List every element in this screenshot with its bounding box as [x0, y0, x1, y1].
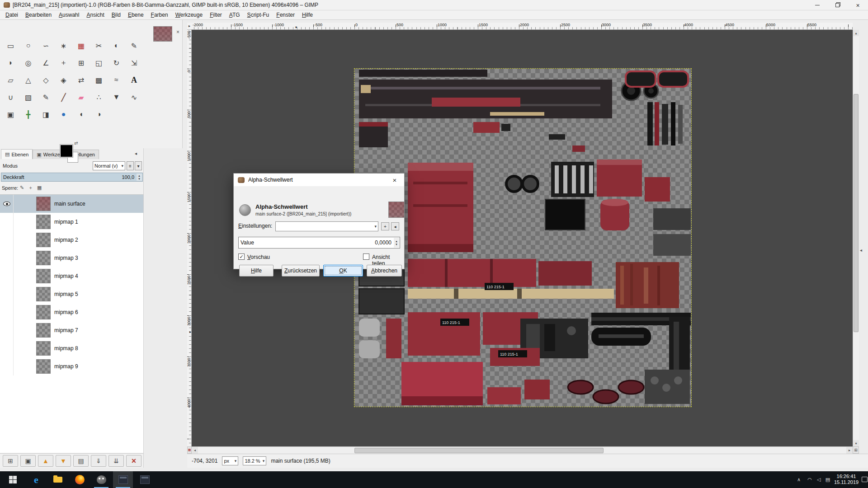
- cancel-button[interactable]: Abbrechen: [367, 265, 402, 277]
- layer-row-mipmap-5[interactable]: mipmap 5: [0, 285, 143, 303]
- split-view-checkbox[interactable]: [363, 253, 369, 260]
- help-button[interactable]: Hilfe: [239, 265, 274, 277]
- taskbar-explorer-button[interactable]: [48, 471, 68, 488]
- toolbox-close-icon[interactable]: ×: [176, 30, 179, 34]
- tool-unified-transform[interactable]: ◇: [37, 71, 55, 89]
- layer-row-mipmap-7[interactable]: mipmap 7: [0, 321, 143, 339]
- layer-visibility-toggle[interactable]: [0, 249, 14, 267]
- settings-menu-button[interactable]: ◂: [391, 222, 399, 230]
- duplicate-layer-button[interactable]: ▤: [73, 455, 89, 467]
- scroll-right-icon[interactable]: ▸: [846, 447, 853, 454]
- menu-ebene[interactable]: Ebene: [124, 11, 147, 19]
- lower-layer-button[interactable]: ▼: [56, 455, 71, 467]
- tool-shear[interactable]: ▱: [2, 71, 19, 89]
- dialog-close-button[interactable]: ×: [385, 174, 404, 186]
- menu-ansicht[interactable]: Ansicht: [83, 11, 108, 19]
- vertical-ruler[interactable]: -500 0 500 1000 1500 2000 2500 3000 3500…: [187, 30, 192, 446]
- tool-text[interactable]: A: [125, 71, 143, 89]
- notification-center-icon[interactable]: [862, 477, 868, 482]
- menu-datei[interactable]: Datei: [2, 11, 22, 19]
- delete-layer-button[interactable]: ×: [126, 455, 142, 467]
- mode-options-button[interactable]: ≡: [127, 161, 134, 170]
- taskbar-firefox-button[interactable]: [70, 471, 90, 488]
- horizontal-scrollbar[interactable]: ◂ ▸: [192, 446, 853, 454]
- tool-color-picker[interactable]: ◗: [2, 54, 19, 71]
- menu-filter[interactable]: Filter: [206, 11, 226, 19]
- layer-row-mipmap-3[interactable]: mipmap 3: [0, 249, 143, 267]
- dialog-title-bar[interactable]: Alpha-Schwellwert: [234, 174, 404, 186]
- tool-fuzzy-select[interactable]: ∗: [55, 37, 72, 54]
- tool-paths[interactable]: ✎: [125, 37, 143, 54]
- menu-werkzeuge[interactable]: Werkzeuge: [172, 11, 206, 19]
- value-spinner[interactable]: ▴▾: [394, 238, 399, 248]
- zoom-combo[interactable]: 18.2 % ▾: [243, 456, 266, 465]
- reset-button[interactable]: Zurücksetzen: [282, 265, 320, 277]
- tool-perspective-clone[interactable]: ◨: [37, 106, 55, 123]
- tray-chevron-icon[interactable]: ∧: [795, 471, 803, 488]
- tool-bucket-fill[interactable]: ∪: [2, 89, 19, 106]
- tool-paintbrush[interactable]: ╱: [55, 89, 72, 106]
- tool-scale[interactable]: ⇲: [125, 54, 143, 71]
- settings-combo[interactable]: ▾: [275, 221, 378, 231]
- tool-perspective[interactable]: △: [19, 71, 37, 89]
- lock-position-icon[interactable]: ＋: [28, 185, 33, 190]
- tab-ebenen[interactable]: ▤ Ebenen: [1, 149, 33, 159]
- layer-row-mipmap-4[interactable]: mipmap 4: [0, 267, 143, 285]
- opacity-spinner[interactable]: ▴▾: [137, 174, 142, 181]
- tool-dodge-burn[interactable]: ◑: [90, 106, 108, 123]
- menu-bild[interactable]: Bild: [108, 11, 124, 19]
- unit-combo[interactable]: px ▾: [222, 456, 238, 465]
- new-layer-button[interactable]: ⊞: [3, 455, 18, 467]
- tool-gradient[interactable]: ▧: [19, 89, 37, 106]
- opacity-slider[interactable]: Deckkraft 100,0 ▴▾: [1, 173, 143, 182]
- tool-foreground-select[interactable]: ◐: [108, 37, 125, 54]
- tool-eraser[interactable]: ▰: [72, 89, 90, 106]
- tool-align[interactable]: ⊞: [72, 54, 90, 71]
- minimize-button[interactable]: [807, 0, 827, 10]
- tool-move[interactable]: ＋: [55, 54, 72, 71]
- layer-visibility-toggle[interactable]: [0, 213, 14, 231]
- preview-checkbox[interactable]: ✓: [238, 253, 245, 260]
- lock-pixels-icon[interactable]: ✎: [20, 185, 24, 190]
- tool-warp-transform[interactable]: ≈: [108, 71, 125, 89]
- tool-airbrush[interactable]: ∴: [90, 89, 108, 106]
- taskbar-edge-button[interactable]: e: [26, 471, 46, 488]
- taskbar-active-app-button[interactable]: [113, 471, 133, 488]
- navigation-button[interactable]: ⊞: [853, 446, 859, 454]
- tool-measure[interactable]: ∠: [37, 54, 55, 71]
- value-spinscale[interactable]: Value 0,0000 ▴▾: [238, 237, 400, 249]
- tool-handle-transform[interactable]: ◈: [55, 71, 72, 89]
- scroll-down-icon[interactable]: ▾: [853, 440, 859, 446]
- value-field[interactable]: 0,0000: [375, 239, 392, 246]
- tool-pencil[interactable]: ✎: [37, 89, 55, 106]
- layer-visibility-toggle[interactable]: [0, 321, 14, 339]
- mode-dropdown-button[interactable]: ▾: [135, 161, 142, 170]
- layer-mode-combo[interactable]: Normal (v) ▾: [93, 161, 125, 170]
- tool-ink[interactable]: ▼: [108, 89, 125, 106]
- layer-row-mipmap-2[interactable]: mipmap 2: [0, 231, 143, 249]
- tool-flip[interactable]: ⇄: [72, 71, 90, 89]
- layer-row-mipmap-6[interactable]: mipmap 6: [0, 303, 143, 321]
- layer-visibility-toggle[interactable]: [0, 231, 14, 249]
- menu-atg[interactable]: ATG: [226, 11, 244, 19]
- menu-hilfe[interactable]: Hilfe: [298, 11, 316, 19]
- raise-layer-button[interactable]: ▲: [38, 455, 53, 467]
- layer-visibility-toggle[interactable]: [0, 303, 14, 321]
- tray-network-icon[interactable]: ◠: [806, 471, 814, 488]
- tool-heal[interactable]: ╋: [19, 106, 37, 123]
- menu-auswahl[interactable]: Auswahl: [55, 11, 83, 19]
- vertical-scroll-thumb[interactable]: [854, 94, 859, 332]
- scroll-up-icon[interactable]: ▴: [853, 30, 859, 36]
- dock-collapse-right-icon[interactable]: ◂: [860, 248, 862, 253]
- tray-input-icon[interactable]: ▤: [824, 471, 832, 488]
- tool-clone[interactable]: ▣: [2, 106, 19, 123]
- ok-button[interactable]: OK: [323, 265, 363, 277]
- tool-rectangle-select[interactable]: ▭: [2, 37, 19, 54]
- layer-row-mipmap-9[interactable]: mipmap 9: [0, 357, 143, 375]
- new-group-button[interactable]: ▣: [20, 455, 36, 467]
- layer-visibility-toggle[interactable]: [0, 285, 14, 303]
- tray-volume-icon[interactable]: ◁: [815, 471, 823, 488]
- menu-farben[interactable]: Farben: [147, 11, 172, 19]
- ruler-corner[interactable]: ▸: [187, 23, 192, 30]
- foreground-color-swatch[interactable]: [60, 145, 73, 157]
